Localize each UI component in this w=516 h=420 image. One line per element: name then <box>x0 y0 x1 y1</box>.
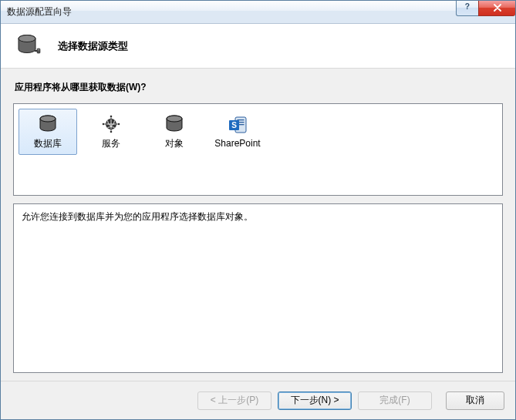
database-icon <box>37 114 59 134</box>
wizard-header-title: 选择数据源类型 <box>58 39 128 53</box>
database-icon <box>16 33 42 59</box>
option-sharepoint[interactable]: S SharePoint <box>208 109 267 155</box>
svg-point-15 <box>167 116 182 122</box>
sharepoint-icon: S <box>227 115 248 135</box>
svg-rect-6 <box>39 49 39 50</box>
description-box: 允许您连接到数据库并为您的应用程序选择数据库对象。 <box>13 203 503 373</box>
option-label: 对象 <box>165 137 184 150</box>
prompt-label: 应用程序将从哪里获取数据(W)? <box>13 79 503 96</box>
window-controls: ? <box>457 1 515 16</box>
option-label: 服务 <box>102 137 120 150</box>
svg-point-13 <box>110 130 113 133</box>
finish-button[interactable]: 完成(F) <box>358 391 432 410</box>
svg-point-10 <box>103 123 105 125</box>
wizard-body: 应用程序将从哪里获取数据(W)? 数据库 <box>1 69 515 381</box>
option-label: 数据库 <box>34 137 62 150</box>
close-button[interactable] <box>478 1 515 16</box>
svg-point-12 <box>110 115 113 117</box>
wizard-window: 数据源配置向导 ? <box>0 0 516 420</box>
description-text: 允许您连接到数据库并为您的应用程序选择数据库对象。 <box>22 211 253 222</box>
close-icon <box>493 3 502 14</box>
option-service[interactable]: 服务 <box>82 109 140 155</box>
options-listbox[interactable]: 数据库 服务 <box>13 103 503 196</box>
svg-text:S: S <box>231 121 237 129</box>
svg-point-2 <box>19 35 35 42</box>
object-icon <box>164 114 185 134</box>
wizard-header: 选择数据源类型 <box>1 24 515 69</box>
next-button[interactable]: 下一步(N) > <box>278 391 352 410</box>
help-icon: ? <box>464 2 471 14</box>
svg-rect-5 <box>38 49 39 50</box>
titlebar: 数据源配置向导 ? <box>1 1 515 24</box>
window-title: 数据源配置向导 <box>1 5 72 18</box>
previous-button[interactable]: < 上一步(P) <box>197 391 271 410</box>
cancel-button[interactable]: 取消 <box>446 391 504 410</box>
help-button[interactable]: ? <box>456 1 479 16</box>
svg-rect-3 <box>35 50 37 52</box>
option-database[interactable]: 数据库 <box>19 109 77 155</box>
svg-point-11 <box>118 123 120 125</box>
option-object[interactable]: 对象 <box>145 109 204 155</box>
svg-text:?: ? <box>465 2 470 11</box>
service-icon <box>100 114 122 134</box>
wizard-footer: < 上一步(P) 下一步(N) > 完成(F) 取消 <box>1 381 515 419</box>
option-label: SharePoint <box>214 138 260 149</box>
svg-point-8 <box>40 116 56 122</box>
svg-rect-4 <box>37 49 40 53</box>
